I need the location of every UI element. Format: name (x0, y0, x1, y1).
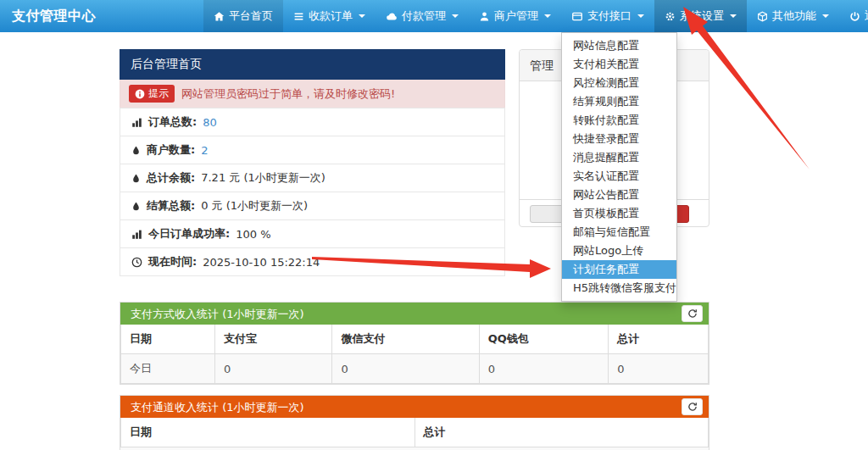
column-header: 日期 (121, 418, 415, 447)
column-header: QQ钱包 (479, 325, 608, 354)
dropdown-item-label: 实名认证配置 (573, 169, 639, 182)
stat-label: 订单总数: (148, 114, 197, 130)
nav-item[interactable]: 其他功能 (747, 0, 839, 32)
method-stats-panel: 支付方式收入统计 (1小时更新一次) 日期支付宝微信支付QQ钱包总计今日0000 (120, 302, 709, 385)
stat-label: 今日订单成功率: (148, 226, 230, 242)
stat-value: 100 % (236, 228, 270, 241)
bar-chart-icon (131, 117, 142, 128)
dropdown-item-label: 网站信息配置 (573, 39, 639, 52)
caret-down-icon (452, 14, 459, 18)
nav-item[interactable]: 商户管理 (469, 0, 561, 32)
list-icon (293, 11, 304, 22)
nav-item-label: 商户管理 (494, 8, 538, 24)
nav-item[interactable]: 平台首页 (203, 0, 283, 32)
home-icon (214, 11, 225, 22)
table-cell: 0 (214, 354, 332, 384)
app-title: 支付管理中心 (12, 0, 96, 32)
nav-item-label: 支付接口 (587, 8, 632, 24)
nav-item[interactable]: 退出登录 (839, 0, 868, 32)
tint-icon (131, 173, 141, 184)
nav-item[interactable]: 付款管理 (376, 0, 469, 32)
nav-item-label: 其他功能 (772, 8, 816, 24)
cloud-icon (386, 11, 398, 22)
alert-badge: 提示 (129, 85, 175, 103)
dropdown-item[interactable]: 计划任务配置 (562, 260, 676, 279)
alert-text: 网站管理员密码过于简单，请及时修改密码! (181, 86, 395, 102)
refresh-button[interactable] (682, 398, 703, 415)
table-row: 今日0000 (121, 354, 709, 384)
stat-label: 商户数量: (147, 142, 195, 158)
method-stats-table: 日期支付宝微信支付QQ钱包总计今日0000 (120, 325, 709, 384)
column-header: 总计 (415, 418, 709, 447)
dropdown-item[interactable]: 支付相关配置 (562, 55, 676, 74)
card-icon (571, 11, 583, 22)
stat-row: 现在时间: 2025-10-10 15:22:14 (120, 247, 504, 275)
stat-row: 结算总额: 0 元 (1小时更新一次) (120, 192, 504, 219)
stat-label: 现在时间: (148, 254, 197, 269)
dropdown-item-label: 风控检测配置 (573, 76, 639, 89)
user-icon (479, 11, 490, 22)
nav-item-label: 平台首页 (229, 8, 273, 24)
stat-value: 2025-10-10 15:22:14 (203, 256, 320, 269)
admin-panel: 后台管理首页 提示 网站管理员密码过于简单，请及时修改密码! 订单总数: 80 … (120, 49, 505, 276)
dropdown-item-label: 消息提醒配置 (573, 151, 639, 164)
dropdown-item-label: H5跳转微信客服支付 (573, 281, 676, 294)
admin-panel-title: 后台管理首页 (120, 49, 505, 80)
refresh-icon (687, 402, 698, 412)
stat-row: 订单总数: 80 (120, 108, 504, 136)
dropdown-item-label: 结算规则配置 (573, 95, 639, 108)
table-cell: 0 (479, 354, 608, 384)
column-header: 微信支付 (332, 325, 479, 354)
dropdown-item[interactable]: 网站信息配置 (562, 36, 676, 55)
nav-item-label: 系统设置 (680, 8, 724, 24)
power-icon (849, 11, 860, 22)
top-navbar: 支付管理中心 平台首页 收款订单 付款管理 商户管理 (0, 0, 868, 32)
stat-label: 结算总额: (147, 198, 195, 214)
nav-item-label: 退出登录 (865, 8, 868, 24)
table-cell: 0 (609, 354, 709, 384)
channel-stats-panel: 支付通道收入统计 (1小时更新一次) 日期总计 (120, 395, 709, 450)
stat-value[interactable]: 2 (201, 144, 208, 157)
dropdown-item[interactable]: 结算规则配置 (562, 92, 676, 111)
method-stats-header: 支付方式收入统计 (1小时更新一次) (120, 303, 709, 325)
cube-icon (757, 11, 768, 22)
dropdown-item-label: 邮箱与短信配置 (573, 225, 650, 238)
clock-icon (131, 257, 142, 268)
dropdown-item-label: 首页模板配置 (573, 207, 639, 219)
channel-stats-title: 支付通道收入统计 (1小时更新一次) (131, 401, 304, 414)
dropdown-item[interactable]: 邮箱与短信配置 (562, 223, 676, 242)
dropdown-item-label: 支付相关配置 (573, 58, 639, 70)
channel-stats-table: 日期总计 (120, 418, 709, 447)
dropdown-item[interactable]: 消息提醒配置 (562, 148, 676, 167)
stat-value[interactable]: 80 (203, 116, 217, 129)
nav-item[interactable]: 支付接口 (561, 0, 654, 32)
dropdown-item[interactable]: 首页模板配置 (562, 204, 676, 223)
nav-item[interactable]: 收款订单 (283, 0, 376, 32)
main-nav: 平台首页 收款订单 付款管理 商户管理 (203, 0, 868, 32)
dropdown-item[interactable]: H5跳转微信客服支付 (562, 279, 676, 297)
alert-badge-label: 提示 (148, 86, 169, 101)
column-header: 日期 (121, 325, 215, 354)
stat-value: 7.21 元 (1小时更新一次) (201, 170, 326, 186)
refresh-button[interactable] (682, 305, 703, 322)
dropdown-item[interactable]: 转账付款配置 (562, 111, 676, 130)
caret-down-icon (730, 14, 737, 18)
stat-value: 0 元 (1小时更新一次) (201, 198, 308, 214)
dropdown-item[interactable]: 快捷登录配置 (562, 130, 676, 148)
system-settings-dropdown: 网站信息配置 支付相关配置 风控检测配置 结算规则配置 转账付款配置 快捷登录配… (561, 32, 677, 302)
dropdown-item[interactable]: 风控检测配置 (562, 74, 676, 92)
dropdown-item[interactable]: 网站Logo上传 (562, 242, 676, 260)
channel-stats-header: 支付通道收入统计 (1小时更新一次) (120, 396, 709, 418)
method-stats-title: 支付方式收入统计 (1小时更新一次) (131, 308, 304, 320)
nav-item[interactable]: 系统设置 (654, 0, 747, 32)
caret-down-icon (637, 14, 644, 18)
table-cell: 今日 (121, 354, 215, 384)
table-cell: 0 (332, 354, 479, 384)
dropdown-item[interactable]: 实名认证配置 (562, 167, 676, 186)
bar-chart-icon (131, 229, 142, 240)
stats-list: 订单总数: 80 商户数量: 2 总计余额: 7.21 元 (1小时更新一次) … (120, 108, 505, 276)
dropdown-item[interactable]: 网站公告配置 (562, 186, 676, 204)
nav-item-label: 收款订单 (309, 8, 353, 24)
refresh-icon (687, 308, 698, 319)
info-icon (135, 89, 145, 99)
